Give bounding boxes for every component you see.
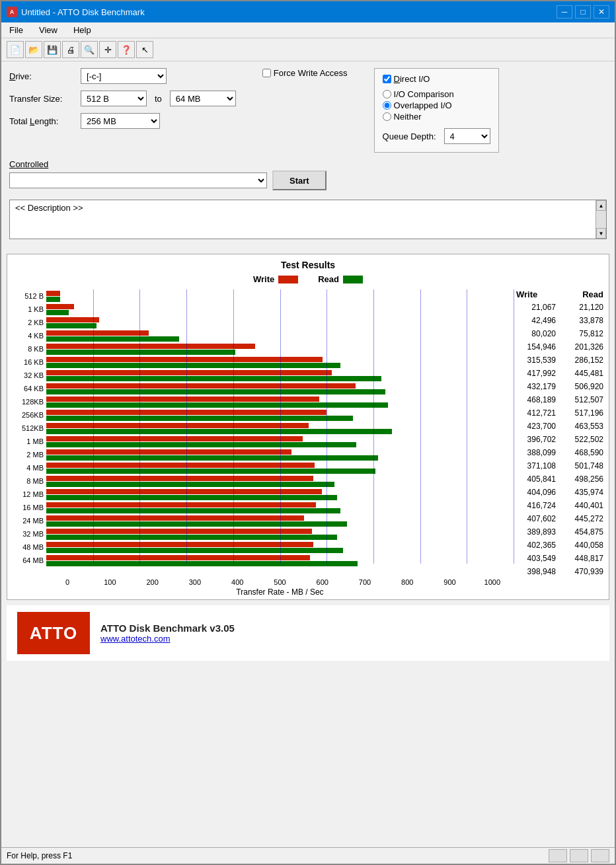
data-read: 448,817 [564,554,603,563]
bar-pair [46,408,514,422]
data-row: 403,549448,817 [514,552,606,565]
x-axis-tick: 700 [344,578,386,586]
x-axis-tick: 500 [258,578,301,586]
neither-radio[interactable] [383,112,391,121]
total-length-select[interactable]: 256 MB [81,113,160,129]
help-button[interactable]: ❓ [118,41,135,58]
transfer-to-select[interactable]: 64 MB [170,91,236,106]
queue-depth-select[interactable]: 4 [444,128,490,144]
direct-io-label[interactable]: Direct I/O [383,74,490,84]
data-row: 432,179506,920 [514,380,606,393]
write-bar [46,542,313,547]
data-row: 402,365440,058 [514,539,606,552]
menu-view[interactable]: View [34,24,63,36]
direct-io-text: Direct I/O [394,74,430,84]
bar-pair [46,289,514,303]
description-scrollbar: ▲ ▼ [596,200,606,239]
data-row: 315,539286,152 [514,354,606,367]
controlled-row: Start [9,170,607,190]
data-read: 506,920 [564,382,603,391]
open-button[interactable]: 📂 [25,41,42,58]
transfer-size-select[interactable]: 512 B [81,91,147,106]
start-button[interactable]: Start [272,170,327,190]
scroll-up-arrow[interactable]: ▲ [596,200,606,211]
save-button[interactable]: 💾 [44,41,61,58]
close-button[interactable]: ✕ [594,5,609,19]
arrow-button[interactable]: ↖ [136,41,153,58]
print-preview-button[interactable]: 🔍 [81,41,98,58]
io-comparison-label[interactable]: I/O Comparison [383,89,490,99]
status-btn-1[interactable] [549,849,567,862]
data-write: 416,724 [516,501,556,510]
data-row: 42,49633,878 [514,314,606,327]
bar-pair [46,474,514,488]
data-row: 388,099468,590 [514,446,606,459]
x-axis-tick: 200 [132,578,174,586]
force-write-row: Force Write Access [262,68,348,78]
menu-file[interactable]: File [4,24,28,36]
bar-pair [46,395,514,408]
data-write: 423,700 [516,422,556,431]
chart-row-label: 512KB [22,422,44,435]
overlapped-io-label[interactable]: Overlapped I/O [383,100,490,110]
data-read: 21,120 [564,303,603,312]
data-write: 412,721 [516,408,556,418]
new-button[interactable]: 📄 [7,41,24,58]
expand-button[interactable]: ✛ [99,41,116,58]
direct-io-checkbox[interactable] [383,75,391,83]
chart-row-label: 16 MB [22,501,44,514]
data-read: 454,875 [564,527,603,537]
chart-row-label: 32 KB [24,369,44,382]
status-btn-3[interactable] [591,849,609,862]
io-comparison-radio[interactable] [383,90,391,98]
neither-label[interactable]: Neither [383,112,490,122]
bar-pair [46,554,514,567]
write-bar [46,423,309,428]
data-read: 501,748 [564,461,603,470]
menu-help[interactable]: Help [68,24,96,36]
x-axis-tick: 600 [301,578,344,586]
data-write: 403,549 [516,554,556,563]
scroll-down-arrow[interactable]: ▼ [596,228,606,239]
chart-bars-container [46,289,514,578]
data-read: 512,507 [564,395,603,404]
write-bar [46,317,99,322]
write-bar [46,555,310,560]
chart-row-label: 48 MB [22,541,44,554]
x-axis-label: Transfer Rate - MB / Sec [46,587,514,597]
read-bar [46,336,179,342]
status-btn-2[interactable] [570,849,588,862]
data-write: 402,365 [516,541,556,550]
data-row: 468,189512,507 [514,393,606,406]
drive-row: Drive: [-c-] [9,68,236,84]
minimize-button[interactable]: ─ [557,5,572,19]
drive-select[interactable]: [-c-] [81,68,167,84]
data-write: 389,893 [516,527,556,537]
read-bar [46,416,353,421]
write-bar [46,410,327,415]
write-bar [46,463,315,468]
force-write-label[interactable]: Force Write Access [262,68,348,78]
data-row: 412,721517,196 [514,406,606,420]
force-write-text: Force Write Access [274,68,348,78]
print-button[interactable]: 🖨 [62,41,79,58]
data-write: 468,189 [516,395,556,404]
queue-depth-label: Queue Depth: [383,132,436,141]
overlapped-io-radio[interactable] [383,101,391,110]
chart-legend: Write Read [10,274,606,284]
data-read: 517,196 [564,408,603,418]
bar-pair [46,316,514,329]
data-read: 440,401 [564,501,603,510]
write-bar [46,476,313,481]
atto-url[interactable]: www.attotech.com [100,634,235,644]
read-bar [46,455,378,461]
title-bar: A Untitled - ATTO Disk Benchmark ─ □ ✕ [1,1,615,22]
x-axis-tick: 900 [428,578,471,586]
bar-pair [46,488,514,501]
force-write-checkbox[interactable] [262,69,271,77]
data-read: 440,058 [564,541,603,550]
main-window: A Untitled - ATTO Disk Benchmark ─ □ ✕ F… [0,0,616,865]
x-axis: 01002003004005006007008009001000 [46,578,514,586]
maximize-button[interactable]: □ [575,5,591,19]
controlled-dropdown[interactable] [9,172,267,188]
